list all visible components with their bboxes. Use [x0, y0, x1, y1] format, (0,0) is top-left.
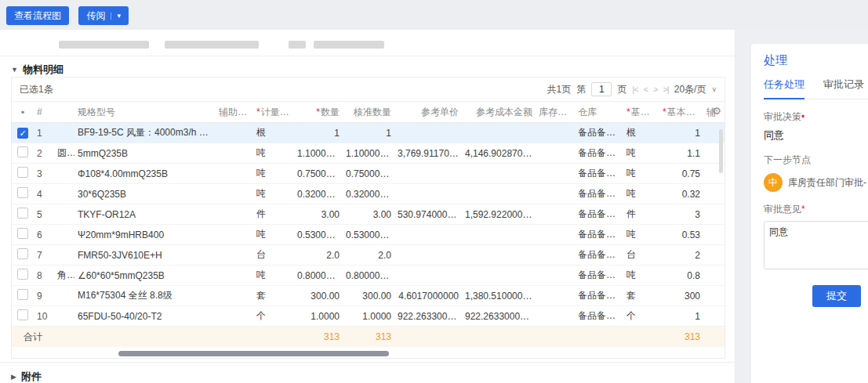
row-checkbox[interactable] [17, 269, 28, 280]
cell-baseQty: 0.32 [659, 189, 703, 200]
cell-approved: 1.100000000 [343, 148, 394, 159]
section-material-detail[interactable]: ▼ 物料明细 [11, 63, 64, 77]
cell-baseQty: 1.1 [659, 148, 703, 159]
cell-idx: 10 [34, 311, 54, 322]
required-asterisk: * [801, 204, 805, 215]
cell-check: ✓ [12, 128, 34, 139]
last-page-icon[interactable]: >| [663, 85, 668, 94]
table-row[interactable]: 5TKYF-OR12A件3.003.00530.97400000001,592.… [12, 204, 725, 225]
column-header-price: 参考单价 [394, 106, 462, 119]
cell-approved: 300.00 [343, 291, 394, 302]
cell-baseUnit: 套 [623, 289, 659, 302]
cell-baseUnit: 吨 [623, 167, 659, 180]
top-toolbar: 查看流程图 传阅 ▾ [0, 0, 868, 30]
table-row[interactable]: 8角钢∠60*60*5mmQ235B吨0.8000000000.80000000… [12, 266, 725, 286]
selected-count-label: 已选1条 [20, 83, 53, 96]
cell-warehouse: 备品备件仓 [575, 248, 623, 262]
cell-unit: 吨 [253, 167, 294, 180]
cell-warehouse: 备品备件仓 [575, 228, 623, 241]
cell-warehouse: 备品备件仓 [575, 289, 623, 302]
table-row[interactable]: 3Φ108*4.00mmQ235B吨0.7500000000.750000000… [12, 164, 725, 184]
section-attachment[interactable]: ▶ 附件 [11, 370, 42, 383]
row-checkbox[interactable] [17, 187, 28, 198]
vertical-scrollbar[interactable] [719, 129, 723, 173]
cell-qty: 0.320000000 [294, 189, 343, 200]
table-row[interactable]: 9M16*75304 全丝 8.8级套300.00300.004.6017000… [12, 286, 725, 306]
cell-check [12, 228, 34, 241]
column-settings-gear-icon[interactable]: ⚙ [712, 105, 721, 117]
summary-approved: 313 [343, 331, 394, 342]
redacted-text-bar [165, 41, 259, 49]
cell-qty: 0.800000000 [294, 270, 343, 281]
cell-baseUnit: 吨 [623, 269, 659, 282]
next-node-label: 下一步节点 [764, 154, 868, 167]
row-checkbox[interactable] [17, 248, 28, 259]
cell-amount: 922.2633000000 [462, 311, 536, 322]
cell-qty: 300.00 [294, 291, 343, 302]
table-row[interactable]: 1065FDU-50-40/20-T2个1.00001.0000922.2633… [12, 306, 725, 327]
cell-baseUnit: 件 [623, 208, 659, 221]
column-header-check[interactable]: • [12, 107, 34, 118]
cell-check [12, 248, 34, 262]
page-number-input[interactable] [591, 82, 612, 96]
row-checkbox[interactable] [17, 309, 28, 320]
cell-price: 4.6017000000 [394, 291, 462, 302]
cell-baseQty: 3 [659, 209, 703, 220]
cell-spec: ∠60*60*5mmQ235B [74, 270, 216, 281]
cell-spec: 65FDU-50-40/20-T2 [74, 311, 216, 322]
table-row[interactable]: 430*6Q235B吨0.3200000000.320000000备品备件仓吨0… [12, 184, 725, 204]
pagination: 共1页 第 页 |< < > >| 20条/页 ∨ [547, 82, 717, 96]
opinion-textarea[interactable]: 同意 [764, 221, 868, 269]
row-checkbox[interactable] [17, 228, 28, 239]
cell-idx: 4 [34, 189, 54, 200]
circulate-button[interactable]: 传阅 ▾ [78, 6, 129, 25]
cell-check [12, 269, 34, 282]
prev-page-icon[interactable]: < [644, 85, 648, 94]
column-header-stock[interactable]: 库存可...⇅ [536, 106, 575, 119]
row-checkbox[interactable] [17, 208, 28, 219]
decision-value: 同意 [764, 128, 868, 143]
cell-spec: TKYF-OR12A [74, 209, 216, 220]
view-flowchart-button[interactable]: 查看流程图 [6, 6, 69, 25]
first-page-icon[interactable]: |< [632, 85, 637, 94]
cell-price: 3,769.9117000000 [394, 148, 462, 159]
table-row[interactable]: 7FMR50-3JV610E+H台2.02.0备品备件仓台2 [12, 245, 725, 266]
cell-price: 530.9740000000 [394, 209, 462, 220]
cell-baseQty: 0.8 [659, 270, 703, 281]
table-row[interactable]: ✓1BF9-19-5C 风量：4000m3/h 风压：5090Pa 功...根1… [12, 123, 725, 143]
column-header-qty: *数量 [294, 106, 343, 119]
cell-unit: 吨 [253, 269, 294, 282]
panel-tab[interactable]: 审批记录 [823, 78, 864, 99]
table-row[interactable]: 6Ψ20mm*9mHRB400吨0.5300000000.530000000备品… [12, 225, 725, 245]
opinion-label: 审批意见* [764, 203, 868, 216]
page-size-arrow-icon: ∨ [711, 85, 717, 93]
required-asterisk: * [316, 107, 320, 117]
horizontal-scrollbar[interactable] [118, 351, 389, 356]
submit-button[interactable]: 提交 [812, 285, 861, 307]
cell-unit: 件 [253, 208, 294, 221]
page-size-select[interactable]: 20条/页 [674, 83, 706, 96]
cell-baseQty: 0.75 [659, 168, 703, 179]
cell-unit: 吨 [253, 228, 294, 241]
cell-check [12, 187, 34, 201]
cell-qty: 1 [294, 128, 343, 139]
cell-idx: 2 [34, 148, 54, 159]
panel-tab[interactable]: 任务处理 [764, 78, 804, 99]
cell-warehouse: 备品备件仓 [575, 167, 623, 180]
cell-approved: 3.00 [343, 209, 394, 220]
column-header-baseQty: *基本数量 [659, 106, 703, 119]
redacted-text-bar [314, 41, 384, 49]
next-page-icon[interactable]: > [653, 85, 657, 94]
cell-check [12, 289, 34, 302]
row-checkbox[interactable]: ✓ [17, 128, 28, 139]
cell-idx: 9 [34, 291, 54, 302]
cell-qty: 2.0 [294, 250, 343, 261]
cell-warehouse: 备品备件仓 [575, 309, 623, 323]
section-attachment-label: 附件 [21, 370, 42, 383]
cell-qty: 0.750000000 [294, 168, 343, 179]
row-checkbox[interactable] [17, 289, 28, 300]
row-checkbox[interactable] [17, 146, 28, 157]
material-table: 已选1条 共1页 第 页 |< < > >| 20条/页 ∨ •#规格型号辅助属… [11, 77, 725, 359]
row-checkbox[interactable] [17, 167, 28, 178]
table-row[interactable]: 2圆钢5mmQ235B吨1.1000000001.1000000003,769.… [12, 143, 725, 164]
